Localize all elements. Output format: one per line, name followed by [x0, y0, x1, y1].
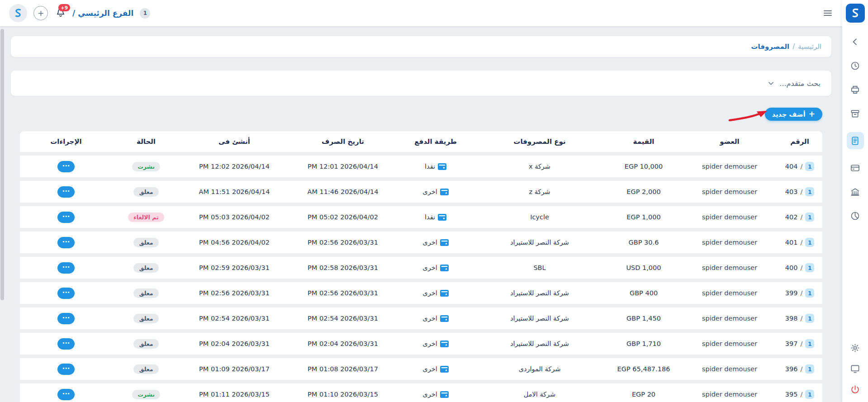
bank-icon[interactable] — [850, 186, 861, 197]
cell-expense-type: Icycle — [474, 213, 605, 221]
row-actions-button[interactable]: ... — [57, 313, 75, 324]
monitor-icon[interactable] — [850, 363, 861, 374]
cell-expense-type: شركة النصر للاستيراد — [474, 289, 605, 297]
cell-number: 1 / 401 — [777, 238, 822, 247]
cell-number: 1 / 396 — [777, 364, 822, 374]
wallet-icon — [440, 265, 449, 271]
row-actions-button[interactable]: ... — [57, 161, 75, 172]
cell-member: spider demouser — [682, 264, 777, 271]
cell-created-at: PM 01:11 2026/03/15 — [180, 391, 289, 398]
row-number: 399 — [785, 289, 798, 297]
wallet-icon — [440, 290, 449, 297]
cell-actions: ... — [20, 389, 112, 400]
row-actions-button[interactable]: ... — [57, 262, 75, 274]
cell-status: نشرت — [112, 390, 180, 399]
brand-logo-icon — [849, 7, 861, 19]
cell-created-at: PM 02:54 2026/03/31 — [180, 315, 289, 322]
cell-member: spider demouser — [682, 340, 777, 347]
row-actions-button[interactable]: ... — [57, 288, 75, 299]
number-separator: / — [800, 163, 802, 170]
cell-payment-date: PM 02:56 2026/03/31 — [289, 289, 397, 297]
archive-box-icon[interactable] — [850, 108, 861, 119]
breadcrumb-home-link[interactable]: الرئيسية — [798, 43, 821, 51]
breadcrumb-separator: / — [792, 43, 795, 51]
sidebar-collapse-icon[interactable] — [850, 36, 861, 47]
cell-payment-date: PM 01:08 2026/03/17 — [289, 365, 397, 373]
cell-status: نشرت — [112, 162, 180, 171]
table-header-row: الرقمالعضوالقيمةنوع المصروفاتطريقة الدفع… — [20, 131, 822, 152]
status-badge: معلق — [133, 238, 158, 247]
row-sub-badge: 1 — [805, 288, 814, 298]
cell-actions: ... — [20, 338, 112, 350]
branch-name-link[interactable]: الفرع الرئيسي / — [72, 9, 133, 18]
invoices-icon[interactable] — [847, 132, 864, 149]
notifications-button[interactable]: +9 — [54, 7, 66, 19]
scrollbar-thumb[interactable] — [0, 29, 4, 300]
pie-chart-icon[interactable] — [850, 210, 861, 221]
cell-member: spider demouser — [682, 289, 777, 297]
cell-status: معلق — [112, 263, 180, 273]
power-icon[interactable] — [850, 384, 861, 395]
row-number: 395 — [785, 391, 798, 398]
cell-member: spider demouser — [682, 365, 777, 373]
table-row: 1 / 399 spider demouser GBP 400 شركة الن… — [20, 282, 822, 304]
history-icon[interactable] — [850, 60, 861, 71]
top-header: 1 الفرع الرئيسي / +9 — [0, 0, 842, 26]
row-number: 403 — [785, 188, 798, 195]
column-header: القيمة — [605, 137, 682, 146]
row-actions-button[interactable]: ... — [57, 389, 75, 400]
settings-gear-icon[interactable] — [850, 342, 861, 353]
breadcrumb-current: المصروفات — [751, 43, 789, 51]
payment-method-label: اخرى — [422, 239, 437, 246]
table-row: 1 / 404 spider demouser EGP 10,000 شركة … — [20, 156, 822, 177]
status-badge: نشرت — [132, 162, 160, 171]
add-new-button[interactable]: + أضف جديد — [765, 108, 822, 121]
cell-number: 1 / 403 — [777, 187, 822, 196]
sidebar — [842, 0, 868, 402]
status-badge: معلق — [133, 314, 158, 323]
cell-created-at: PM 05:03 2026/04/02 — [180, 213, 289, 221]
row-actions-button[interactable]: ... — [57, 237, 75, 248]
table-row: 1 / 400 spider demouser USD 1,000 SBL اخ… — [20, 257, 822, 279]
cell-payment-date: PM 01:10 2026/03/15 — [289, 391, 397, 398]
row-number: 401 — [785, 239, 798, 246]
hamburger-menu-icon[interactable] — [821, 7, 833, 19]
cell-number: 1 / 395 — [777, 390, 822, 399]
cell-expense-type: شركة النصر للاستيراد — [474, 239, 605, 246]
advanced-search-toggle[interactable]: بحث متقدم... — [11, 71, 831, 96]
brand-logo-square[interactable] — [846, 4, 865, 23]
page-scrollbar[interactable] — [0, 29, 4, 399]
row-sub-badge: 1 — [805, 314, 814, 323]
number-separator: / — [800, 188, 802, 195]
payment-method-label: اخرى — [422, 315, 437, 322]
cell-payment-method: اخرى — [397, 289, 474, 297]
cell-payment-date: PM 12:01 2026/04/14 — [289, 163, 397, 170]
cell-number: 1 / 404 — [777, 162, 822, 171]
cell-number: 1 / 397 — [777, 339, 822, 348]
cell-expense-type: SBL — [474, 264, 605, 271]
row-actions-button[interactable]: ... — [57, 338, 75, 350]
status-badge: معلق — [133, 339, 158, 349]
quick-add-button[interactable] — [33, 6, 48, 20]
row-actions-button[interactable]: ... — [57, 364, 75, 375]
cell-value: GBP 1,450 — [605, 315, 682, 322]
cell-payment-method: اخرى — [397, 340, 474, 347]
row-sub-badge: 1 — [805, 364, 814, 374]
cell-value: EGP 10,000 — [605, 163, 682, 170]
payment-method-label: اخرى — [422, 365, 437, 373]
page-content: الرئيسية / المصروفات بحث متقدم... + أضف … — [0, 26, 842, 402]
credit-card-icon[interactable] — [850, 162, 861, 173]
cell-created-at: PM 02:59 2026/03/31 — [180, 264, 289, 271]
payment-method-label: اخرى — [422, 264, 437, 271]
cell-created-at: PM 02:04 2026/03/31 — [180, 340, 289, 347]
cell-payment-date: AM 11:46 2026/04/14 — [289, 188, 397, 195]
cell-actions: ... — [20, 262, 112, 274]
row-actions-button[interactable]: ... — [57, 186, 75, 198]
printer-icon[interactable] — [850, 84, 861, 95]
annotation-arrow — [728, 109, 768, 124]
row-sub-badge: 1 — [805, 238, 814, 247]
row-sub-badge: 1 — [805, 390, 814, 399]
row-actions-button[interactable]: ... — [57, 212, 75, 223]
brand-logo-circle[interactable] — [9, 4, 27, 22]
advanced-search-label: بحث متقدم... — [779, 79, 821, 88]
